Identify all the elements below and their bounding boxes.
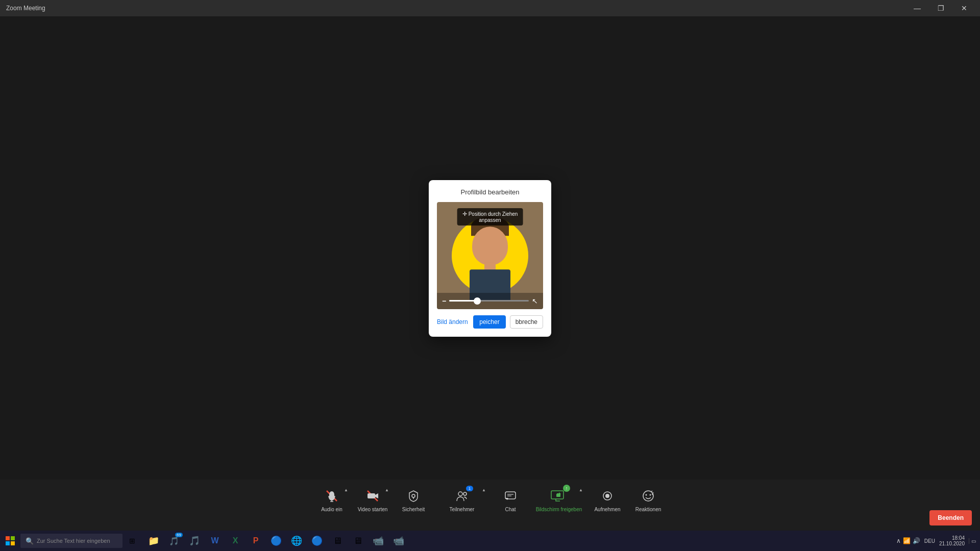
- svg-point-17: [643, 491, 653, 501]
- svg-rect-20: [6, 536, 10, 540]
- search-placeholder: Zur Suche Text hier eingeben: [37, 538, 110, 544]
- svg-marker-5: [375, 493, 378, 498]
- taskbar-app-69[interactable]: 🎵 69: [164, 531, 184, 551]
- titlebar-left: Zoom Meeting: [4, 5, 45, 12]
- maximize-button[interactable]: ❐: [929, 0, 952, 16]
- taskbar-app-word[interactable]: W: [205, 531, 225, 551]
- record-icon: [598, 487, 617, 505]
- svg-point-18: [646, 494, 647, 496]
- taskbar-app-monitor2[interactable]: 🖥: [348, 531, 368, 551]
- language-indicator: DEU: [924, 538, 935, 544]
- svg-rect-4: [368, 493, 375, 498]
- record-label: Aufnehmen: [594, 507, 620, 512]
- chat-tool[interactable]: Chat: [490, 485, 531, 512]
- task-view-button[interactable]: ⊞: [122, 531, 142, 551]
- taskbar-app-excel[interactable]: X: [226, 531, 245, 551]
- image-editor[interactable]: Position durch Ziehenanpassen − ↖: [437, 202, 543, 309]
- participants-label: Teilnehmer: [450, 507, 475, 512]
- dialog-footer: Bild ändern peicher bbreche: [437, 315, 543, 329]
- svg-point-16: [605, 494, 609, 498]
- taskbar-app-explorer[interactable]: 📁: [144, 531, 163, 551]
- meeting-toolbar: ▲ Audio ein ▲ Video starten Sicherheit: [0, 480, 980, 531]
- head: [472, 227, 508, 265]
- audio-label: Audio ein: [321, 507, 342, 512]
- video-label: Video starten: [358, 507, 388, 512]
- clock-date: 21.10.2020: [939, 541, 965, 546]
- video-icon: [363, 487, 382, 505]
- reactions-tool[interactable]: Reaktionen: [628, 485, 669, 512]
- participants-arrow[interactable]: ▲: [482, 488, 486, 492]
- svg-rect-23: [11, 541, 15, 545]
- audio-tool[interactable]: ▲ Audio ein: [311, 485, 352, 512]
- taskbar-app-monitor[interactable]: 🖥: [328, 531, 347, 551]
- audio-arrow[interactable]: ▲: [344, 488, 348, 492]
- minimize-button[interactable]: —: [905, 0, 929, 16]
- audio-icon: [323, 487, 341, 505]
- windows-taskbar: 🔍 Zur Suche Text hier eingeben ⊞ 📁 🎵 69 …: [0, 531, 980, 551]
- show-desktop-icon[interactable]: ▭: [969, 538, 976, 544]
- taskbar-app-blue1[interactable]: 🔵: [266, 531, 286, 551]
- chevron-icon[interactable]: ∧: [896, 537, 901, 544]
- share-icon: ↑: [550, 487, 568, 505]
- zoom-slider-track[interactable]: [449, 300, 529, 302]
- cursor-icon: ↖: [532, 297, 538, 305]
- main-area: Profilbild bearbeiten Position durch Zie…: [0, 16, 980, 500]
- cancel-button[interactable]: bbreche: [510, 315, 543, 329]
- security-icon: [404, 487, 423, 505]
- taskbar-search[interactable]: 🔍 Zur Suche Text hier eingeben: [20, 534, 122, 548]
- network-icon: 📶: [903, 537, 911, 544]
- taskbar-app-video[interactable]: 📹: [389, 531, 408, 551]
- security-label: Sicherheit: [402, 507, 425, 512]
- profile-edit-dialog: Profilbild bearbeiten Position durch Zie…: [429, 180, 551, 337]
- save-button[interactable]: peicher: [473, 315, 505, 329]
- svg-point-9: [463, 492, 467, 495]
- dialog-title: Profilbild bearbeiten: [437, 188, 543, 196]
- person-silhouette: [459, 216, 521, 298]
- taskbar-app-ppt[interactable]: P: [246, 531, 265, 551]
- start-button[interactable]: [0, 531, 20, 551]
- reactions-label: Reaktionen: [635, 507, 662, 512]
- zoom-slider-fill: [449, 300, 477, 302]
- taskbar-right: ∧ 📶 🔊 DEU 18:04 21.10.2020 ▭: [896, 535, 980, 546]
- svg-point-6: [412, 494, 415, 497]
- close-button[interactable]: ✕: [952, 0, 976, 16]
- zoom-slider-area: − ↖: [437, 293, 543, 309]
- svg-rect-21: [11, 536, 15, 540]
- security-tool[interactable]: Sicherheit: [393, 485, 434, 512]
- svg-rect-10: [505, 492, 516, 499]
- video-tool[interactable]: ▲ Video starten: [352, 485, 393, 512]
- reactions-icon: [639, 487, 657, 505]
- app-title: Zoom Meeting: [6, 5, 45, 12]
- footer-buttons: peicher bbreche: [473, 315, 543, 329]
- end-meeting-button[interactable]: Beenden: [929, 510, 972, 525]
- chat-label: Chat: [505, 507, 516, 512]
- share-label: Bildschirm freigeben: [536, 507, 582, 512]
- taskbar-app-blue2[interactable]: 🔵: [307, 531, 327, 551]
- svg-point-8: [458, 492, 462, 496]
- chat-icon: [501, 487, 520, 505]
- share-tool[interactable]: ↑ ▲ Bildschirm freigeben: [531, 485, 587, 512]
- dialog-overlay: Profilbild bearbeiten Position durch Zie…: [0, 16, 980, 500]
- window-controls: — ❐ ✕: [905, 0, 976, 16]
- svg-rect-22: [6, 541, 10, 545]
- svg-point-19: [650, 494, 651, 496]
- participants-badge: 1: [466, 486, 473, 491]
- taskbar-clock: 18:04 21.10.2020: [939, 535, 965, 546]
- zoom-out-icon[interactable]: −: [442, 297, 446, 305]
- zoom-slider-thumb[interactable]: [474, 297, 481, 305]
- taskbar-app-spotify[interactable]: 🎵: [185, 531, 204, 551]
- taskbar-app-zoom[interactable]: 📹: [369, 531, 388, 551]
- taskbar-apps: 📁 🎵 69 🎵 W X P 🔵 🌐 🔵 🖥 🖥 📹 📹: [144, 531, 408, 551]
- video-arrow[interactable]: ▲: [385, 488, 389, 492]
- record-tool[interactable]: Aufnehmen: [587, 485, 628, 512]
- taskbar-app-edge[interactable]: 🌐: [287, 531, 306, 551]
- change-image-button[interactable]: Bild ändern: [437, 318, 468, 325]
- taskbar-system-icons: ∧ 📶 🔊: [896, 537, 920, 544]
- share-arrow[interactable]: ▲: [579, 488, 583, 492]
- titlebar: Zoom Meeting — ❐ ✕: [0, 0, 980, 16]
- volume-icon: 🔊: [913, 537, 920, 544]
- clock-time: 18:04: [939, 535, 965, 541]
- participants-tool[interactable]: 1 ▲ Teilnehmer: [434, 485, 490, 512]
